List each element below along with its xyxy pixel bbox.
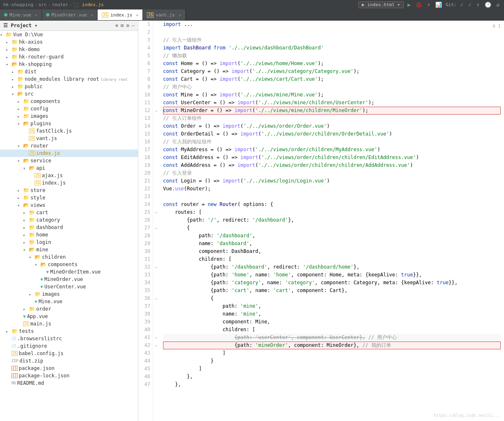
tree-item-home[interactable]: ▸📁 home: [0, 231, 138, 239]
tree-item-dashboard[interactable]: ▸📁 dashboard: [0, 224, 138, 231]
debug-button[interactable]: 🐞: [414, 2, 423, 8]
tree-item-dist-zip[interactable]: ZIPdist.zip: [0, 357, 138, 365]
tree-item-hk-demo[interactable]: ▸📁 hk-demo: [0, 46, 138, 53]
tree-item-views[interactable]: ▾📂 views: [0, 201, 138, 209]
locate-icon[interactable]: ⊞: [121, 23, 124, 28]
tree-item-login[interactable]: ▸📁 login: [0, 239, 138, 246]
code-line-31: children: [: [163, 255, 501, 263]
code-line-2: [163, 28, 501, 36]
tab-mine-vue[interactable]: Mine.vue ✕: [0, 9, 42, 20]
tree-item-dist[interactable]: ▸📁 dist: [0, 68, 138, 75]
tree-item-mineorder-vue[interactable]: ▼MineOrder.vue: [0, 276, 138, 283]
add-icon[interactable]: ⊕: [115, 23, 118, 28]
line-number-19: 19: [138, 161, 150, 169]
tree-item-components[interactable]: ▾📂 components: [0, 261, 138, 268]
tree-item-children[interactable]: ▾📂 children: [0, 253, 138, 261]
gutter-39: [153, 318, 160, 326]
coverage-button[interactable]: ⚡: [426, 2, 432, 8]
gutter-14: [153, 122, 160, 130]
gutter-29: [153, 240, 160, 248]
gutter-30: [153, 248, 160, 255]
tree-item-components[interactable]: ▸📁 components: [0, 98, 138, 105]
tree-item-mineorderitem-vue[interactable]: ▼MineOrderItem.vue: [0, 268, 138, 276]
tree-item-package-json[interactable]: {}package.json: [0, 365, 138, 372]
tab-index-js[interactable]: JS index.js ✕: [98, 9, 143, 20]
code-content[interactable]: import ...// 引入一级组件import DashBoard from…: [160, 21, 504, 421]
tree-item-package-lock-json[interactable]: {}package-lock.json: [0, 372, 138, 379]
tab-close[interactable]: ✕: [179, 13, 181, 17]
tree-item-vant-js[interactable]: JSvant.js: [0, 135, 138, 142]
tree-item-images[interactable]: ▸📁 images: [0, 112, 138, 120]
git-check1[interactable]: ✓: [459, 2, 465, 8]
code-line-3: // 引入一级组件: [163, 36, 501, 44]
tree-item-router[interactable]: ▾📂 router: [0, 142, 138, 150]
arrow-icon: ▾: [35, 262, 40, 267]
gutter-22: [153, 185, 160, 193]
tab-close[interactable]: ✕: [136, 13, 138, 17]
tab-vant-js[interactable]: JS vant.js ✕: [143, 9, 185, 20]
tree-item-app-vue[interactable]: ▼App.vue: [0, 313, 138, 320]
gutter-5: [153, 52, 160, 60]
code-line-18: const EditAddress = () => import('./../v…: [163, 154, 501, 161]
run-config[interactable]: ▶ index.html ▾: [358, 1, 404, 8]
breadcrumb-router: router: [52, 2, 68, 7]
profiler-button[interactable]: 📊: [434, 2, 443, 8]
tab-close[interactable]: ✕: [35, 13, 37, 17]
tree-item-usercenter-vue[interactable]: ▼UserCenter.vue: [0, 283, 138, 290]
tree-item-api[interactable]: ▾📂 api: [0, 164, 138, 172]
folder-icon: 📁: [35, 291, 41, 297]
tree-item-service[interactable]: ▾📂 service: [0, 157, 138, 164]
git-check2[interactable]: ✓: [467, 2, 473, 8]
tree-item-ajax-js[interactable]: JSajax.js: [0, 172, 138, 179]
settings-icon[interactable]: ⚙: [126, 23, 129, 28]
breadcrumb-src: src: [38, 2, 47, 7]
tree-item-public[interactable]: ▸📁 public: [0, 83, 138, 90]
tree-item-store[interactable]: ▸📁 store: [0, 187, 138, 194]
tree-item-cart[interactable]: ▸📁 cart: [0, 209, 138, 216]
gutter: ←←←←←←←: [153, 21, 160, 421]
git-push[interactable]: ↑: [475, 2, 481, 8]
tree-item-config[interactable]: ▸📁 config: [0, 105, 138, 112]
tree-item-node-modules--library-root[interactable]: ▸📁 node_modules library rootlibrary root: [0, 75, 138, 83]
tree-item-style[interactable]: ▸📁 style: [0, 194, 138, 201]
tree-item-mine[interactable]: ▾📂 mine: [0, 246, 138, 253]
tree-item-fastclick-js[interactable]: JSfastClick.js: [0, 127, 138, 135]
tree-item-plugins[interactable]: ▾📂 plugins: [0, 120, 138, 127]
tree-item-order[interactable]: ▸📁 order: [0, 305, 138, 313]
main-layout: ☰ Project ▾ ⊕ ⊞ ⚙ — ▾📁 Vue D:\Vue▸📁 hk-a…: [0, 21, 504, 421]
run-button[interactable]: ▶: [406, 2, 412, 8]
tree-item-tests[interactable]: ▸📁 tests: [0, 327, 138, 335]
line-number-7: 7: [138, 68, 150, 75]
tree-item-mine-vue[interactable]: ▼Mine.vue: [0, 298, 138, 305]
tree-item-main-js[interactable]: JSmain.js: [0, 320, 138, 327]
tree-item-category[interactable]: ▸📁 category: [0, 216, 138, 224]
git-history[interactable]: 🕐: [483, 2, 492, 8]
tree-item-readme-md[interactable]: MDREADME.md: [0, 379, 138, 387]
gutter-9: [153, 83, 160, 91]
line-number-47: 47: [138, 381, 150, 388]
line-number-22: 22: [138, 185, 150, 193]
tab-close[interactable]: ✕: [91, 13, 93, 17]
tree-item-src[interactable]: ▾📂 src: [0, 90, 138, 98]
code-line-37: path: 'mine',: [163, 302, 501, 310]
tree-item-images[interactable]: ▸📁 images: [0, 290, 138, 298]
tree-item-index-js[interactable]: JSindex.js: [0, 179, 138, 187]
tree-item--browserslistrc[interactable]: 📄.browserslistrc: [0, 335, 138, 342]
tree-item--gitignore[interactable]: 📄.gitignore: [0, 342, 138, 350]
close-icon[interactable]: —: [132, 23, 135, 28]
tree-item-index-js[interactable]: JSindex.js: [0, 150, 138, 157]
tab-mineorder-vue[interactable]: MineOrder.vue ✕: [42, 9, 98, 20]
folder-icon: 📂: [29, 247, 35, 253]
item-label: dist.zip: [19, 358, 43, 364]
tree-item-hk-axios[interactable]: ▸📁 hk-axios: [0, 38, 138, 46]
tree-item-hk-router-guard[interactable]: ▸📁 hk-router-guard: [0, 53, 138, 61]
line-number-26: 26: [138, 216, 150, 224]
line-number-3: 3: [138, 36, 150, 44]
tab-label: vant.js: [156, 12, 175, 18]
tree-item-babel-config-js[interactable]: JSbabel.config.js: [0, 350, 138, 357]
git-rollback[interactable]: ↺: [495, 2, 501, 8]
folder-icon: 📂: [40, 262, 47, 267]
tree-item-vue-d--vue[interactable]: ▾📁 Vue D:\Vue: [0, 31, 138, 38]
tree-item-hk-shopping[interactable]: ▾📂 hk-shopping: [0, 61, 138, 68]
folder-icon: 📁: [12, 54, 18, 60]
